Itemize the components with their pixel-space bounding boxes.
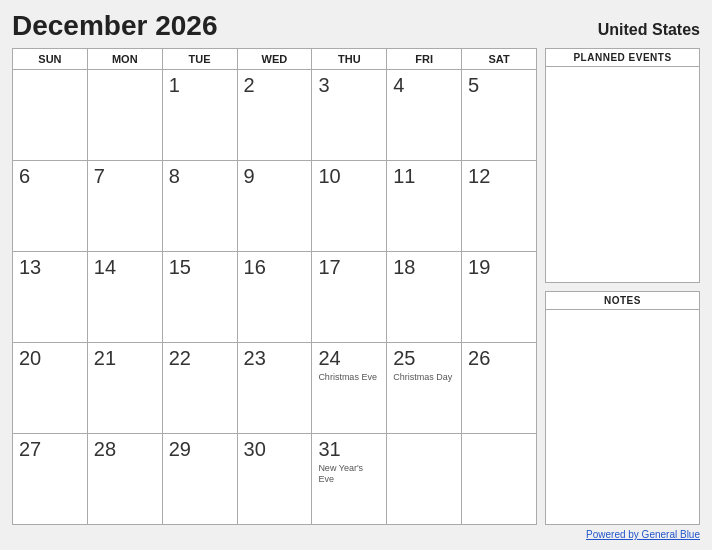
day-event: Christmas Day	[393, 372, 455, 383]
day-number: 21	[94, 347, 156, 370]
footer: Powered by General Blue	[12, 529, 700, 540]
day-number: 29	[169, 438, 231, 461]
calendar-cell	[387, 434, 462, 525]
calendar-cell: 26	[462, 343, 537, 434]
day-number: 25	[393, 347, 455, 370]
day-number: 3	[318, 74, 380, 97]
calendar-cell: 5	[462, 70, 537, 161]
calendar-cell: 17	[312, 252, 387, 343]
calendar-cell: 14	[87, 252, 162, 343]
calendar-cell: 25Christmas Day	[387, 343, 462, 434]
header-wed: WED	[237, 49, 312, 70]
calendar-cell: 1	[162, 70, 237, 161]
day-number: 23	[244, 347, 306, 370]
day-event: Christmas Eve	[318, 372, 380, 383]
calendar-cell: 30	[237, 434, 312, 525]
day-event: New Year's Eve	[318, 463, 380, 485]
day-number: 5	[468, 74, 530, 97]
calendar-cell: 8	[162, 161, 237, 252]
calendar-week-0: 12345	[13, 70, 537, 161]
day-number: 17	[318, 256, 380, 279]
calendar-header: December 2026 United States	[12, 10, 700, 42]
country-label: United States	[598, 21, 700, 39]
calendar-cell: 6	[13, 161, 88, 252]
calendar-cell: 28	[87, 434, 162, 525]
calendar-cell: 10	[312, 161, 387, 252]
calendar-cell: 4	[387, 70, 462, 161]
calendar-cell: 2	[237, 70, 312, 161]
calendar-cell	[87, 70, 162, 161]
day-number: 10	[318, 165, 380, 188]
day-number: 6	[19, 165, 81, 188]
calendar-cell: 27	[13, 434, 88, 525]
calendar-cell: 23	[237, 343, 312, 434]
calendar-week-4: 2728293031New Year's Eve	[13, 434, 537, 525]
calendar-cell: 24Christmas Eve	[312, 343, 387, 434]
day-number: 11	[393, 165, 455, 188]
day-number: 7	[94, 165, 156, 188]
day-number: 31	[318, 438, 380, 461]
day-number: 26	[468, 347, 530, 370]
calendar-cell: 9	[237, 161, 312, 252]
day-number: 15	[169, 256, 231, 279]
calendar-cell: 15	[162, 252, 237, 343]
day-number: 16	[244, 256, 306, 279]
day-number: 9	[244, 165, 306, 188]
day-number: 20	[19, 347, 81, 370]
header-thu: THU	[312, 49, 387, 70]
sidebar: PLANNED EVENTS NOTES	[545, 48, 700, 525]
calendar-table: SUN MON TUE WED THU FRI SAT 123456789101…	[12, 48, 537, 525]
calendar-cell: 12	[462, 161, 537, 252]
header-tue: TUE	[162, 49, 237, 70]
day-number: 19	[468, 256, 530, 279]
days-header-row: SUN MON TUE WED THU FRI SAT	[13, 49, 537, 70]
calendar-cell	[13, 70, 88, 161]
calendar-week-2: 13141516171819	[13, 252, 537, 343]
calendar-cell	[462, 434, 537, 525]
day-number: 8	[169, 165, 231, 188]
planned-events-title: PLANNED EVENTS	[546, 49, 699, 67]
calendar-week-1: 6789101112	[13, 161, 537, 252]
day-number: 30	[244, 438, 306, 461]
day-number: 27	[19, 438, 81, 461]
day-number: 14	[94, 256, 156, 279]
planned-events-box: PLANNED EVENTS	[545, 48, 700, 283]
notes-title: NOTES	[546, 292, 699, 310]
main-content: SUN MON TUE WED THU FRI SAT 123456789101…	[12, 48, 700, 525]
calendar-cell: 11	[387, 161, 462, 252]
day-number: 28	[94, 438, 156, 461]
calendar-cell: 3	[312, 70, 387, 161]
calendar-cell: 21	[87, 343, 162, 434]
calendar-week-3: 2021222324Christmas Eve25Christmas Day26	[13, 343, 537, 434]
day-number: 18	[393, 256, 455, 279]
powered-by-link[interactable]: Powered by General Blue	[586, 529, 700, 540]
calendar-cell: 19	[462, 252, 537, 343]
day-number: 1	[169, 74, 231, 97]
header-mon: MON	[87, 49, 162, 70]
notes-box: NOTES	[545, 291, 700, 526]
calendar-cell: 16	[237, 252, 312, 343]
calendar-cell: 20	[13, 343, 88, 434]
day-number: 24	[318, 347, 380, 370]
day-number: 2	[244, 74, 306, 97]
day-number: 13	[19, 256, 81, 279]
calendar-cell: 31New Year's Eve	[312, 434, 387, 525]
calendar-section: SUN MON TUE WED THU FRI SAT 123456789101…	[12, 48, 537, 525]
header-fri: FRI	[387, 49, 462, 70]
planned-events-content	[546, 67, 699, 282]
calendar-cell: 22	[162, 343, 237, 434]
month-title: December 2026	[12, 10, 217, 42]
calendar-cell: 18	[387, 252, 462, 343]
calendar-page: December 2026 United States SUN MON TUE …	[0, 0, 712, 550]
header-sun: SUN	[13, 49, 88, 70]
calendar-cell: 13	[13, 252, 88, 343]
notes-content	[546, 310, 699, 525]
day-number: 22	[169, 347, 231, 370]
calendar-cell: 29	[162, 434, 237, 525]
day-number: 4	[393, 74, 455, 97]
calendar-cell: 7	[87, 161, 162, 252]
day-number: 12	[468, 165, 530, 188]
header-sat: SAT	[462, 49, 537, 70]
